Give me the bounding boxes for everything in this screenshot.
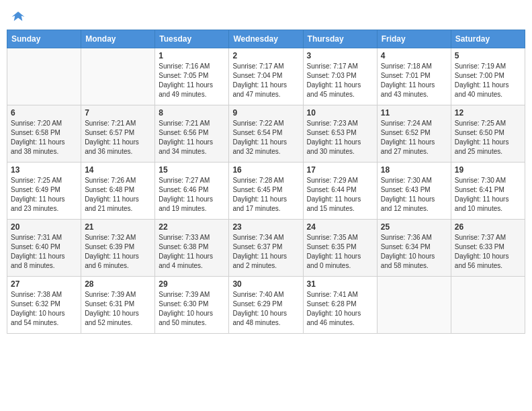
day-number: 3 bbox=[307, 51, 373, 60]
day-info: Sunrise: 7:24 AM Sunset: 6:52 PM Dayligh… bbox=[381, 119, 447, 156]
day-info: Sunrise: 7:28 AM Sunset: 6:45 PM Dayligh… bbox=[232, 176, 299, 214]
weekday-header-wednesday: Wednesday bbox=[229, 30, 303, 48]
day-info: Sunrise: 7:33 AM Sunset: 6:38 PM Dayligh… bbox=[159, 233, 225, 271]
calendar-cell: 23Sunrise: 7:34 AM Sunset: 6:37 PM Dayli… bbox=[229, 220, 303, 277]
day-info: Sunrise: 7:34 AM Sunset: 6:37 PM Dayligh… bbox=[232, 233, 299, 271]
calendar-cell: 16Sunrise: 7:28 AM Sunset: 6:45 PM Dayli… bbox=[229, 163, 303, 220]
calendar-cell: 20Sunrise: 7:31 AM Sunset: 6:40 PM Dayli… bbox=[7, 220, 81, 277]
calendar-cell: 7Sunrise: 7:21 AM Sunset: 6:57 PM Daylig… bbox=[81, 105, 155, 163]
day-number: 23 bbox=[232, 222, 299, 232]
calendar-cell: 26Sunrise: 7:37 AM Sunset: 6:33 PM Dayli… bbox=[451, 220, 525, 277]
weekday-header-saturday: Saturday bbox=[451, 30, 525, 48]
day-number: 4 bbox=[381, 51, 447, 60]
calendar-week-1: 1Sunrise: 7:16 AM Sunset: 7:05 PM Daylig… bbox=[7, 48, 525, 105]
day-number: 2 bbox=[232, 51, 299, 60]
calendar-cell: 29Sunrise: 7:39 AM Sunset: 6:30 PM Dayli… bbox=[155, 277, 229, 334]
logo-line1 bbox=[9, 9, 26, 24]
day-info: Sunrise: 7:39 AM Sunset: 6:31 PM Dayligh… bbox=[85, 290, 151, 328]
day-number: 24 bbox=[307, 222, 373, 232]
calendar-cell: 27Sunrise: 7:38 AM Sunset: 6:32 PM Dayli… bbox=[7, 277, 81, 334]
calendar-cell bbox=[81, 48, 155, 105]
weekday-header-tuesday: Tuesday bbox=[155, 30, 229, 48]
day-info: Sunrise: 7:17 AM Sunset: 7:03 PM Dayligh… bbox=[307, 62, 373, 99]
day-info: Sunrise: 7:22 AM Sunset: 6:54 PM Dayligh… bbox=[232, 119, 299, 156]
calendar-cell: 1Sunrise: 7:16 AM Sunset: 7:05 PM Daylig… bbox=[155, 48, 229, 105]
day-number: 10 bbox=[307, 108, 373, 118]
calendar-cell: 4Sunrise: 7:18 AM Sunset: 7:01 PM Daylig… bbox=[377, 48, 451, 105]
day-info: Sunrise: 7:40 AM Sunset: 6:29 PM Dayligh… bbox=[232, 290, 299, 328]
calendar-cell: 13Sunrise: 7:25 AM Sunset: 6:49 PM Dayli… bbox=[7, 163, 81, 220]
calendar-cell: 25Sunrise: 7:36 AM Sunset: 6:34 PM Dayli… bbox=[377, 220, 451, 277]
day-number: 26 bbox=[455, 222, 521, 232]
calendar-cell: 6Sunrise: 7:20 AM Sunset: 6:58 PM Daylig… bbox=[7, 105, 81, 163]
day-number: 18 bbox=[381, 165, 447, 175]
day-number: 21 bbox=[85, 222, 151, 232]
day-info: Sunrise: 7:38 AM Sunset: 6:32 PM Dayligh… bbox=[11, 290, 77, 328]
calendar-week-5: 27Sunrise: 7:38 AM Sunset: 6:32 PM Dayli… bbox=[7, 277, 525, 334]
page-header bbox=[7, 7, 525, 24]
calendar-cell: 30Sunrise: 7:40 AM Sunset: 6:29 PM Dayli… bbox=[229, 277, 303, 334]
day-info: Sunrise: 7:30 AM Sunset: 6:41 PM Dayligh… bbox=[455, 176, 521, 214]
logo bbox=[9, 9, 26, 24]
day-number: 27 bbox=[11, 279, 77, 289]
day-number: 15 bbox=[159, 165, 225, 175]
day-info: Sunrise: 7:32 AM Sunset: 6:39 PM Dayligh… bbox=[85, 233, 151, 271]
day-number: 6 bbox=[11, 108, 77, 118]
calendar-cell: 28Sunrise: 7:39 AM Sunset: 6:31 PM Dayli… bbox=[81, 277, 155, 334]
day-info: Sunrise: 7:27 AM Sunset: 6:46 PM Dayligh… bbox=[159, 176, 225, 214]
calendar-week-3: 13Sunrise: 7:25 AM Sunset: 6:49 PM Dayli… bbox=[7, 163, 525, 220]
calendar-cell: 22Sunrise: 7:33 AM Sunset: 6:38 PM Dayli… bbox=[155, 220, 229, 277]
day-info: Sunrise: 7:19 AM Sunset: 7:00 PM Dayligh… bbox=[455, 62, 521, 99]
day-number: 28 bbox=[85, 279, 151, 289]
day-number: 7 bbox=[85, 108, 151, 118]
day-info: Sunrise: 7:36 AM Sunset: 6:34 PM Dayligh… bbox=[381, 233, 447, 271]
day-info: Sunrise: 7:31 AM Sunset: 6:40 PM Dayligh… bbox=[11, 233, 77, 271]
calendar-cell: 21Sunrise: 7:32 AM Sunset: 6:39 PM Dayli… bbox=[81, 220, 155, 277]
day-info: Sunrise: 7:26 AM Sunset: 6:48 PM Dayligh… bbox=[85, 176, 151, 214]
calendar-cell: 14Sunrise: 7:26 AM Sunset: 6:48 PM Dayli… bbox=[81, 163, 155, 220]
day-number: 13 bbox=[11, 165, 77, 175]
calendar-cell: 15Sunrise: 7:27 AM Sunset: 6:46 PM Dayli… bbox=[155, 163, 229, 220]
calendar-week-2: 6Sunrise: 7:20 AM Sunset: 6:58 PM Daylig… bbox=[7, 105, 525, 163]
weekday-header-thursday: Thursday bbox=[303, 30, 377, 48]
calendar-cell bbox=[451, 277, 525, 334]
day-info: Sunrise: 7:18 AM Sunset: 7:01 PM Dayligh… bbox=[381, 62, 447, 99]
calendar-cell: 17Sunrise: 7:29 AM Sunset: 6:44 PM Dayli… bbox=[303, 163, 377, 220]
calendar-cell: 18Sunrise: 7:30 AM Sunset: 6:43 PM Dayli… bbox=[377, 163, 451, 220]
calendar-cell bbox=[377, 277, 451, 334]
calendar-cell: 11Sunrise: 7:24 AM Sunset: 6:52 PM Dayli… bbox=[377, 105, 451, 163]
day-number: 12 bbox=[455, 108, 521, 118]
day-info: Sunrise: 7:41 AM Sunset: 6:28 PM Dayligh… bbox=[307, 290, 373, 328]
day-number: 25 bbox=[381, 222, 447, 232]
day-info: Sunrise: 7:25 AM Sunset: 6:49 PM Dayligh… bbox=[11, 176, 77, 214]
day-info: Sunrise: 7:17 AM Sunset: 7:04 PM Dayligh… bbox=[232, 62, 299, 99]
calendar-cell bbox=[7, 48, 81, 105]
day-number: 1 bbox=[159, 51, 225, 60]
calendar-cell: 8Sunrise: 7:21 AM Sunset: 6:56 PM Daylig… bbox=[155, 105, 229, 163]
day-info: Sunrise: 7:29 AM Sunset: 6:44 PM Dayligh… bbox=[307, 176, 373, 214]
calendar-week-4: 20Sunrise: 7:31 AM Sunset: 6:40 PM Dayli… bbox=[7, 220, 525, 277]
day-number: 16 bbox=[232, 165, 299, 175]
day-info: Sunrise: 7:16 AM Sunset: 7:05 PM Dayligh… bbox=[159, 62, 225, 99]
weekday-header-sunday: Sunday bbox=[7, 30, 81, 48]
day-info: Sunrise: 7:39 AM Sunset: 6:30 PM Dayligh… bbox=[159, 290, 225, 328]
day-number: 31 bbox=[307, 279, 373, 289]
day-number: 30 bbox=[232, 279, 299, 289]
day-number: 8 bbox=[159, 108, 225, 118]
day-info: Sunrise: 7:20 AM Sunset: 6:58 PM Dayligh… bbox=[11, 119, 77, 156]
day-info: Sunrise: 7:23 AM Sunset: 6:53 PM Dayligh… bbox=[307, 119, 373, 156]
calendar-cell: 2Sunrise: 7:17 AM Sunset: 7:04 PM Daylig… bbox=[229, 48, 303, 105]
calendar-cell: 24Sunrise: 7:35 AM Sunset: 6:35 PM Dayli… bbox=[303, 220, 377, 277]
calendar-cell: 19Sunrise: 7:30 AM Sunset: 6:41 PM Dayli… bbox=[451, 163, 525, 220]
day-number: 11 bbox=[381, 108, 447, 118]
weekday-header-monday: Monday bbox=[81, 30, 155, 48]
day-info: Sunrise: 7:35 AM Sunset: 6:35 PM Dayligh… bbox=[307, 233, 373, 271]
calendar-table: SundayMondayTuesdayWednesdayThursdayFrid… bbox=[7, 30, 525, 334]
calendar-cell: 9Sunrise: 7:22 AM Sunset: 6:54 PM Daylig… bbox=[229, 105, 303, 163]
day-info: Sunrise: 7:25 AM Sunset: 6:50 PM Dayligh… bbox=[455, 119, 521, 156]
day-info: Sunrise: 7:37 AM Sunset: 6:33 PM Dayligh… bbox=[455, 233, 521, 271]
calendar-cell: 3Sunrise: 7:17 AM Sunset: 7:03 PM Daylig… bbox=[303, 48, 377, 105]
day-number: 17 bbox=[307, 165, 373, 175]
svg-marker-0 bbox=[12, 11, 25, 21]
calendar-header-row: SundayMondayTuesdayWednesdayThursdayFrid… bbox=[7, 30, 525, 48]
